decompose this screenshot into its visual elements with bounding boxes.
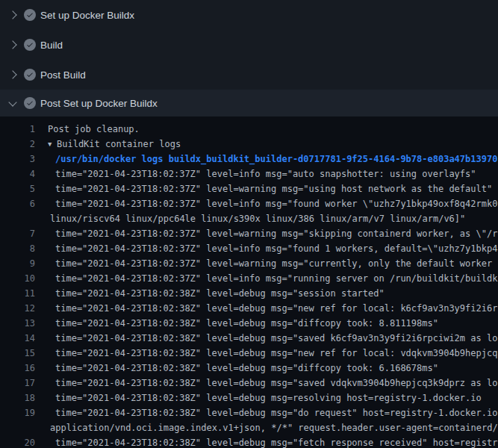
- log-line-text: time="2021-04-23T18:02:38Z" level=debug …: [35, 286, 498, 301]
- step-label: Post Set up Docker Buildx: [40, 98, 158, 109]
- chevron-right-icon: [7, 72, 18, 78]
- log-line-number[interactable]: 15: [0, 346, 35, 361]
- log-line-text: Post job cleanup.: [35, 122, 498, 137]
- log-line-text: time="2021-04-23T18:02:37Z" level=info m…: [35, 167, 498, 181]
- step-label: Set up Docker Buildx: [40, 10, 134, 21]
- log-line-text: time="2021-04-23T18:02:38Z" level=debug …: [35, 316, 498, 331]
- step-header-post-setup-docker-buildx[interactable]: Post Set up Docker Buildx: [0, 90, 498, 116]
- log-line-text: time="2021-04-23T18:02:38Z" level=debug …: [35, 301, 498, 316]
- log-line: 8time="2021-04-23T18:02:37Z" level=info …: [0, 241, 498, 256]
- log-line-number[interactable]: 9: [0, 256, 35, 271]
- chevron-right-icon: [7, 42, 18, 48]
- log-line: 10time="2021-04-23T18:02:37Z" level=info…: [0, 271, 498, 286]
- log-line: 13time="2021-04-23T18:02:38Z" level=debu…: [0, 316, 498, 331]
- log-line-text: ▼BuildKit container logs: [35, 137, 498, 152]
- step-header-build[interactable]: Build: [0, 30, 498, 60]
- log-line-text: linux/riscv64 linux/ppc64le linux/s390x …: [35, 211, 498, 226]
- log-line-number[interactable]: 12: [0, 301, 35, 316]
- log-line-number[interactable]: 17: [0, 376, 35, 391]
- log-line-text: application/vnd.oci.image.index.v1+json,…: [35, 420, 498, 435]
- step-header-post-build[interactable]: Post Build: [0, 60, 498, 90]
- log-line: 2▼BuildKit container logs: [0, 137, 498, 152]
- log-line: application/vnd.oci.image.index.v1+json,…: [0, 420, 498, 435]
- log-line-number[interactable]: 11: [0, 286, 35, 301]
- log-line-number[interactable]: 10: [0, 271, 35, 286]
- log-line-text: time="2021-04-23T18:02:38Z" level=debug …: [35, 346, 498, 361]
- log-line: 12time="2021-04-23T18:02:38Z" level=debu…: [0, 301, 498, 316]
- log-line: 19time="2021-04-23T18:02:38Z" level=debu…: [0, 405, 498, 420]
- log-line: 11time="2021-04-23T18:02:38Z" level=debu…: [0, 286, 498, 301]
- step-label: Build: [40, 40, 63, 51]
- log-group-toggle-icon[interactable]: ▼: [48, 137, 57, 152]
- log-line-text: time="2021-04-23T18:02:37Z" level=info m…: [35, 271, 498, 286]
- log-line: 14time="2021-04-23T18:02:38Z" level=debu…: [0, 331, 498, 346]
- log-line: linux/riscv64 linux/ppc64le linux/s390x …: [0, 211, 498, 226]
- log-line: 15time="2021-04-23T18:02:38Z" level=debu…: [0, 346, 498, 361]
- check-circle-icon: [24, 97, 36, 109]
- chevron-right-icon: [7, 12, 18, 18]
- log-line-number[interactable]: 19: [0, 405, 35, 420]
- log-line-number[interactable]: 3: [0, 152, 35, 167]
- log-console: 1Post job cleanup.2▼BuildKit container l…: [0, 116, 498, 448]
- log-line: 5time="2021-04-23T18:02:37Z" level=warni…: [0, 181, 498, 196]
- log-line: 17time="2021-04-23T18:02:38Z" level=debu…: [0, 376, 498, 391]
- log-line-text: time="2021-04-23T18:02:37Z" level=warnin…: [35, 181, 498, 196]
- log-line-number[interactable]: 4: [0, 167, 35, 181]
- log-line-number[interactable]: 18: [0, 391, 35, 405]
- log-line: 20time="2021-04-23T18:02:38Z" level=debu…: [0, 435, 498, 448]
- log-line-text: time="2021-04-23T18:02:38Z" level=debug …: [35, 391, 498, 405]
- log-line-text: time="2021-04-23T18:02:38Z" level=debug …: [35, 331, 498, 346]
- log-line-number[interactable]: 6: [0, 196, 35, 211]
- check-circle-icon: [24, 69, 36, 81]
- log-line-number-spacer: [0, 211, 35, 226]
- log-line-number[interactable]: 20: [0, 435, 35, 448]
- log-line-number[interactable]: 5: [0, 181, 35, 196]
- log-line-number[interactable]: 8: [0, 241, 35, 256]
- log-line-text: time="2021-04-23T18:02:37Z" level=warnin…: [35, 226, 498, 241]
- log-line-number[interactable]: 13: [0, 316, 35, 331]
- chevron-down-icon: [7, 102, 18, 105]
- log-line-text: time="2021-04-23T18:02:38Z" level=debug …: [35, 435, 498, 448]
- log-line-text: time="2021-04-23T18:02:37Z" level=warnin…: [35, 256, 498, 271]
- step-label: Post Build: [40, 69, 86, 81]
- log-line-text: time="2021-04-23T18:02:38Z" level=debug …: [35, 361, 498, 376]
- log-line: 18time="2021-04-23T18:02:38Z" level=debu…: [0, 391, 498, 405]
- step-list: Set up Docker Buildx Build Post Build Po…: [0, 0, 498, 116]
- log-line: 16time="2021-04-23T18:02:38Z" level=debu…: [0, 361, 498, 376]
- log-line: 3/usr/bin/docker logs buildx_buildkit_bu…: [0, 152, 498, 167]
- log-line-text: time="2021-04-23T18:02:37Z" level=info m…: [35, 196, 498, 211]
- log-line: 1Post job cleanup.: [0, 122, 498, 137]
- log-line-text: time="2021-04-23T18:02:38Z" level=debug …: [35, 405, 498, 420]
- log-line-number[interactable]: 14: [0, 331, 35, 346]
- check-circle-icon: [24, 9, 36, 21]
- log-line: 9time="2021-04-23T18:02:37Z" level=warni…: [0, 256, 498, 271]
- log-line-text: time="2021-04-23T18:02:37Z" level=info m…: [35, 241, 498, 256]
- check-circle-icon: [24, 39, 36, 51]
- log-line: 4time="2021-04-23T18:02:37Z" level=info …: [0, 167, 498, 181]
- log-line-number[interactable]: 16: [0, 361, 35, 376]
- log-line-number[interactable]: 1: [0, 122, 35, 137]
- log-line-number[interactable]: 7: [0, 226, 35, 241]
- log-line-text: time="2021-04-23T18:02:38Z" level=debug …: [35, 376, 498, 391]
- step-header-setup-docker-buildx[interactable]: Set up Docker Buildx: [0, 0, 498, 30]
- log-line-number-spacer: [0, 420, 35, 435]
- log-line-number[interactable]: 2: [0, 137, 35, 152]
- log-line: 6time="2021-04-23T18:02:37Z" level=info …: [0, 196, 498, 211]
- log-command-text: /usr/bin/docker logs buildx_buildkit_bui…: [35, 152, 498, 167]
- log-line: 7time="2021-04-23T18:02:37Z" level=warni…: [0, 226, 498, 241]
